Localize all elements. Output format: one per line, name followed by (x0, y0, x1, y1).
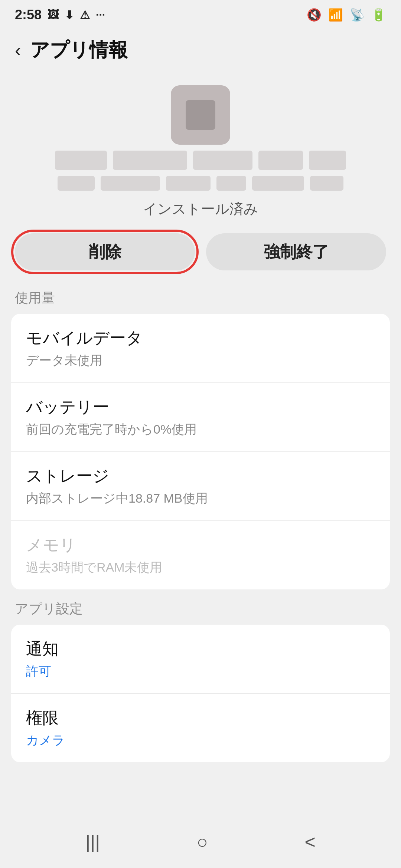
usage-section-label: 使用量 (0, 282, 401, 311)
app-subname-blurred (58, 176, 343, 191)
mute-icon: 🔇 (307, 8, 322, 22)
notification-item[interactable]: 通知 許可 (11, 625, 390, 694)
app-name-blurred (55, 151, 346, 170)
usage-card: モバイルデータ データ未使用 バッテリー 前回の充電完了時から0%使用 ストレー… (11, 314, 390, 589)
memory-subtitle: 過去3時間でRAM未使用 (26, 559, 375, 576)
back-nav-button[interactable]: < (305, 831, 316, 853)
time-display: 2:58 (15, 7, 42, 23)
app-settings-card: 通知 許可 権限 カメラ (11, 625, 390, 762)
nav-bar: ||| ○ < (0, 816, 401, 868)
battery-title: バッテリー (26, 396, 375, 418)
permissions-subtitle: カメラ (26, 732, 375, 749)
recent-apps-button[interactable]: ||| (85, 831, 100, 853)
storage-item[interactable]: ストレージ 内部ストレージ中18.87 MB使用 (11, 452, 390, 521)
status-time: 2:58 🖼 ⬇ ⚠ ··· (15, 7, 105, 23)
battery-subtitle: 前回の充電完了時から0%使用 (26, 421, 375, 438)
mobile-data-subtitle: データ未使用 (26, 352, 375, 369)
header: ‹ アプリ情報 (0, 30, 401, 70)
wifi-icon: 📶 (328, 8, 343, 22)
image-icon: 🖼 (48, 9, 59, 21)
app-icon (171, 85, 230, 145)
memory-item[interactable]: メモリ 過去3時間でRAM未使用 (11, 521, 390, 589)
install-status: インストール済み (143, 200, 258, 218)
notification-title: 通知 (26, 638, 375, 660)
status-icons: 🔇 📶 📡 🔋 (307, 8, 386, 22)
storage-title: ストレージ (26, 465, 375, 487)
action-buttons: 削除 強制終了 (0, 226, 401, 282)
storage-subtitle: 内部ストレージ中18.87 MB使用 (26, 490, 375, 507)
notification-subtitle: 許可 (26, 663, 375, 680)
status-bar: 2:58 🖼 ⬇ ⚠ ··· 🔇 📶 📡 🔋 (0, 0, 401, 30)
mobile-data-item[interactable]: モバイルデータ データ未使用 (11, 314, 390, 383)
delete-button[interactable]: 削除 (15, 233, 195, 270)
app-icon-area: インストール済み (0, 70, 401, 226)
back-button[interactable]: ‹ (15, 41, 21, 59)
permissions-item[interactable]: 権限 カメラ (11, 694, 390, 762)
page-title: アプリ情報 (30, 37, 128, 63)
download-icon: ⬇ (65, 9, 74, 22)
memory-title: メモリ (26, 534, 375, 556)
mobile-data-title: モバイルデータ (26, 327, 375, 349)
force-stop-button[interactable]: 強制終了 (206, 233, 386, 270)
permissions-title: 権限 (26, 707, 375, 729)
signal-icon: 📡 (350, 8, 365, 22)
battery-icon: 🔋 (371, 8, 386, 22)
more-icon: ··· (96, 9, 105, 21)
battery-item[interactable]: バッテリー 前回の充電完了時から0%使用 (11, 383, 390, 452)
warning-icon: ⚠ (80, 9, 90, 22)
app-settings-section-label: アプリ設定 (0, 592, 401, 622)
home-button[interactable]: ○ (197, 831, 208, 853)
